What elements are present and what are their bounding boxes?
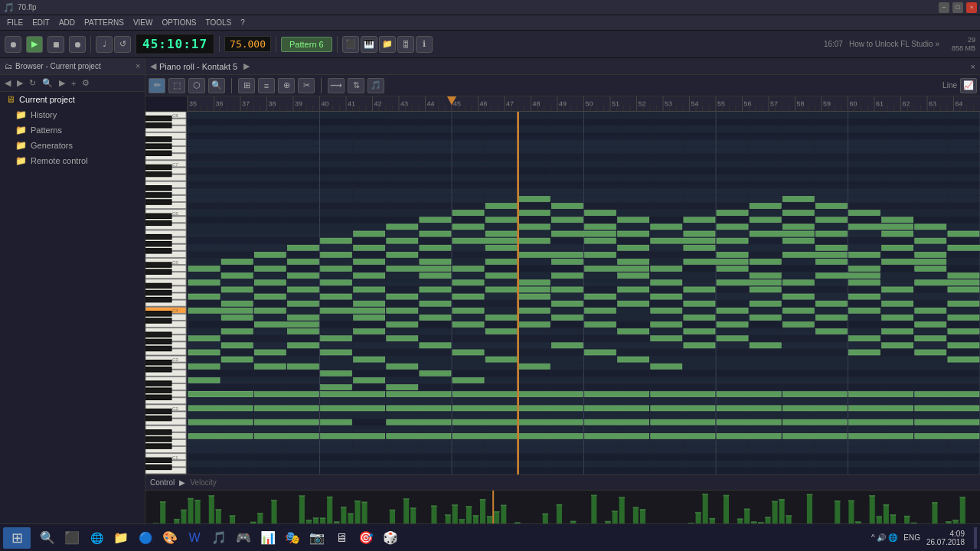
taskbar-chrome[interactable]: 🔵 xyxy=(135,527,156,549)
pr-tool-erase[interactable]: ⬡ xyxy=(188,78,205,93)
metronome-button[interactable]: ♩ xyxy=(96,36,113,53)
piano-roll-header: ◀ Piano roll - Kontakt 5 ▶ × xyxy=(145,58,980,75)
menu-add[interactable]: ADD xyxy=(55,18,79,27)
clock-time: 4:09 xyxy=(926,530,965,538)
browser-item-history[interactable]: 📁 History xyxy=(0,107,145,122)
piano-roll-title: Piano roll - Kontakt 5 xyxy=(159,62,237,71)
browser-refresh-btn[interactable]: ↻ xyxy=(28,78,38,88)
record-audio-button[interactable]: ⏺ xyxy=(69,36,86,53)
browser-play-btn[interactable]: ▶ xyxy=(57,78,67,88)
piano-keys xyxy=(145,112,188,474)
tray-icons: ^ 🔊 🌐 xyxy=(871,533,897,542)
record-button[interactable]: ⏺ xyxy=(5,36,21,53)
bpm-display[interactable]: 75.000 xyxy=(224,36,271,52)
taskbar-explorer[interactable]: 📁 xyxy=(110,527,132,549)
minimize-button[interactable]: − xyxy=(939,2,949,13)
browser-title: Browser - Current project xyxy=(15,62,101,70)
pr-tool-chop[interactable]: ✂ xyxy=(298,78,315,93)
taskbar-task-view[interactable]: ⬛ xyxy=(61,527,83,549)
ram-stat: 858 MB xyxy=(952,44,975,52)
control-header: Control ▶ Velocity xyxy=(145,475,980,491)
start-button[interactable]: ⊞ xyxy=(3,527,31,549)
menubar: FILE EDIT ADD PATTERNS VIEW OPTIONS TOOL… xyxy=(0,15,980,31)
taskbar-icon10[interactable]: 🎭 xyxy=(282,527,303,549)
loop-button[interactable]: ↺ xyxy=(114,36,131,53)
browser-item-generators[interactable]: 📁 Generators xyxy=(0,138,145,153)
taskbar-edge[interactable]: 🌐 xyxy=(86,527,107,549)
taskbar-icon8[interactable]: 🎮 xyxy=(233,527,254,549)
menu-tools[interactable]: TOOLS xyxy=(201,18,235,27)
time-display: 45:10:17 xyxy=(136,34,214,54)
menu-view[interactable]: VIEW xyxy=(129,18,157,27)
control-expand-icon[interactable]: ▶ xyxy=(179,478,185,487)
history-folder-icon: 📁 xyxy=(15,109,27,120)
taskbar-icon14[interactable]: 🎲 xyxy=(380,527,401,549)
taskbar-icon11[interactable]: 📷 xyxy=(306,527,328,549)
pr-tool-arp[interactable]: 🎵 xyxy=(368,78,384,93)
taskbar-icon9[interactable]: 📊 xyxy=(257,527,279,549)
clock-date: 26.07.2018 xyxy=(926,538,965,546)
ruler xyxy=(188,96,980,112)
taskbar-word[interactable]: W xyxy=(184,527,205,549)
pr-tool-flip[interactable]: ⇅ xyxy=(348,78,364,93)
maximize-button[interactable]: □ xyxy=(952,2,963,13)
browser-item-label: Current project xyxy=(19,95,75,104)
browser-add-btn[interactable]: + xyxy=(70,79,77,88)
piano-roll-nav-left[interactable]: ◀ xyxy=(150,61,156,71)
browser-back-btn[interactable]: ◀ xyxy=(3,78,12,88)
pr-tool-zoom[interactable]: 🔍 xyxy=(208,78,225,93)
pattern-selector[interactable]: Pattern 6 xyxy=(281,37,332,52)
transport-bar: ⏺ ▶ ⏹ ⏺ ♩ ↺ 45:10:17 75.000 Pattern 6 ⬛ … xyxy=(0,31,980,58)
browser-button[interactable]: 📁 xyxy=(379,36,396,53)
project-folder-icon: 🖥 xyxy=(6,94,15,105)
stop-button[interactable]: ⏹ xyxy=(47,36,64,53)
pr-quantize[interactable]: ≡ xyxy=(258,78,275,93)
browser-current-project[interactable]: 🖥 Current project xyxy=(0,92,145,107)
pr-tool-glue[interactable]: ⊕ xyxy=(278,78,295,93)
menu-edit[interactable]: EDIT xyxy=(28,18,54,27)
project-info[interactable]: ℹ xyxy=(416,36,433,53)
taskbar-search[interactable]: 🔍 xyxy=(37,527,58,549)
taskbar-icons: 🔍 ⬛ 🌐 📁 🔵 🎨 W 🎵 🎮 📊 🎭 📷 🖥 🎯 🎲 xyxy=(37,527,401,549)
piano-roll-button[interactable]: 🎹 xyxy=(361,36,377,53)
generators-folder-icon: 📁 xyxy=(15,140,27,151)
close-button[interactable]: × xyxy=(966,2,977,13)
grid-container[interactable] xyxy=(188,112,980,474)
taskbar-icon13[interactable]: 🎯 xyxy=(355,527,377,549)
taskbar-icon12[interactable]: 🖥 xyxy=(331,527,352,549)
remote-folder-icon: 📁 xyxy=(15,155,27,166)
time-value: 45:10:17 xyxy=(142,37,207,51)
browser-close-icon[interactable]: × xyxy=(136,62,140,70)
menu-patterns[interactable]: PATTERNS xyxy=(80,18,128,27)
browser-item-patterns[interactable]: 📁 Patterns xyxy=(0,122,145,138)
browser-item-remote-control[interactable]: 📁 Remote control xyxy=(0,153,145,168)
show-desktop-btn[interactable] xyxy=(974,527,977,549)
system-clock: 4:09 26.07.2018 xyxy=(926,530,965,546)
taskbar-icon5[interactable]: 🎨 xyxy=(159,527,181,549)
pr-tool-draw[interactable]: ✏ xyxy=(149,78,165,93)
play-button[interactable]: ▶ xyxy=(26,36,43,53)
pr-line-mode[interactable]: 📈 xyxy=(960,78,977,93)
browser-search-btn[interactable]: 🔍 xyxy=(41,78,54,88)
piano-roll-nav-right[interactable]: ▶ xyxy=(243,61,250,71)
menu-help[interactable]: ? xyxy=(237,18,249,27)
pr-tool-strum[interactable]: ⟿ xyxy=(328,78,345,93)
pr-tool-snap[interactable]: ⊞ xyxy=(238,78,255,93)
menu-file[interactable]: FILE xyxy=(3,18,27,27)
menu-options[interactable]: OPTIONS xyxy=(158,18,200,27)
bpm-group: 75.000 xyxy=(219,36,271,52)
browser-item-history-label: History xyxy=(31,110,57,119)
pr-tool-select[interactable]: ⬚ xyxy=(168,78,185,93)
hint-time: 16:07 xyxy=(824,40,843,48)
taskbar-icon7[interactable]: 🎵 xyxy=(208,527,230,549)
browser-fwd-btn[interactable]: ▶ xyxy=(15,78,24,88)
plugin-browser[interactable]: 🎛 xyxy=(397,36,414,53)
app-icon: 🎵 xyxy=(3,2,15,13)
piano-roll-container: ◀ Piano roll - Kontakt 5 ▶ × ✏ ⬚ ⬡ 🔍 ⊞ ≡… xyxy=(145,58,980,551)
mixer-button[interactable]: ⬛ xyxy=(342,36,359,53)
ruler-row xyxy=(145,96,980,112)
browser-options-btn[interactable]: ⚙ xyxy=(80,78,91,88)
window-title: 70.flp xyxy=(18,3,36,11)
pattern-group: Pattern 6 xyxy=(276,37,332,52)
pr-header-close[interactable]: × xyxy=(971,62,975,71)
